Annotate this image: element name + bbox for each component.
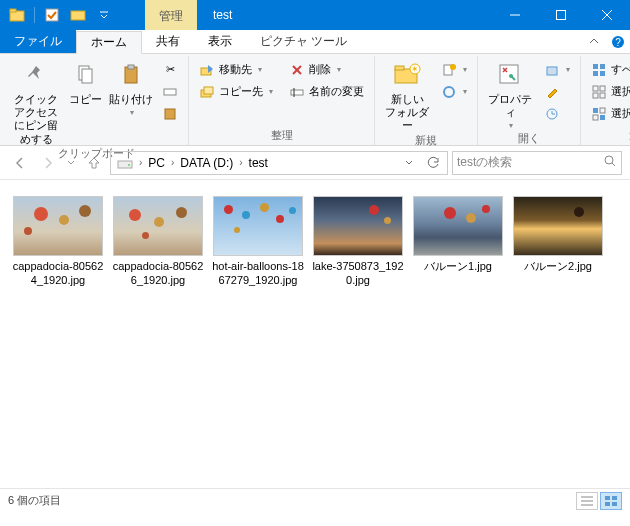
open-group-label: 開く [484,131,574,148]
svg-point-29 [444,87,454,97]
move-icon [199,62,215,78]
path-icon [162,84,178,100]
svg-rect-32 [547,67,557,75]
delete-button[interactable]: 削除▾ [285,59,368,80]
file-name: hot-air-balloons-1867279_1920.jpg [212,260,304,288]
file-name: cappadocia-805626_1920.jpg [112,260,204,288]
file-item[interactable]: lake-3750873_1920.jpg [310,192,406,292]
close-button[interactable] [584,0,630,30]
paste-shortcut-button[interactable] [158,103,182,124]
select-none-button[interactable]: 選択解除 [587,81,630,102]
open-button[interactable]: ▾ [540,59,574,80]
file-item[interactable]: hot-air-balloons-1867279_1920.jpg [210,192,306,292]
pin-icon [20,59,52,91]
new-folder-label: 新しい フォルダー [381,93,433,133]
address-dropdown-icon[interactable] [397,159,421,167]
properties-button[interactable]: プロパティ▾ [484,59,536,131]
tab-home[interactable]: ホーム [76,31,142,54]
select-all-button[interactable]: すべて選択 [587,59,630,80]
copy-to-button[interactable]: コピー先▾ [195,81,277,102]
qat-folder-icon[interactable] [67,4,89,26]
edit-icon [544,84,560,100]
back-button[interactable] [8,151,32,175]
svg-point-47 [128,164,130,166]
pin-quick-access-button[interactable]: クイック アクセスにピン留めする [10,59,62,146]
properties-label: プロパティ [484,93,536,119]
tab-share[interactable]: 共有 [142,30,194,53]
breadcrumb-drive[interactable]: DATA (D:) [176,152,237,174]
title-bar: 管理 test [0,0,630,30]
select-none-icon [591,84,607,100]
maximize-button[interactable] [538,0,584,30]
svg-rect-56 [612,502,617,506]
forward-button[interactable] [36,151,60,175]
refresh-icon[interactable] [421,156,445,170]
address-bar[interactable]: › PC › DATA (D:) › test [110,151,448,175]
edit-button[interactable] [540,81,574,102]
search-input[interactable]: testの検索 [452,151,622,175]
recent-dropdown-icon[interactable] [64,151,78,175]
ribbon-collapse-icon[interactable] [582,30,606,53]
tab-picture-tools[interactable]: ピクチャ ツール [246,30,361,53]
context-tab-manage[interactable]: 管理 [145,0,197,30]
history-button[interactable] [540,103,574,124]
ribbon-group-organize: 移動先▾ コピー先▾ 削除▾ 名前の変更 整理 [189,56,375,145]
copy-to-icon [199,84,215,100]
chevron-right-icon[interactable]: › [237,157,244,168]
svg-rect-42 [593,108,598,113]
minimize-button[interactable] [492,0,538,30]
file-item[interactable]: cappadocia-805626_1920.jpg [110,192,206,292]
thumbnail-view-button[interactable] [600,492,622,510]
tab-view[interactable]: 表示 [194,30,246,53]
copy-button[interactable]: コピー [64,59,106,106]
paste-button[interactable]: 貼り付け▾ [108,59,154,118]
easy-access-button[interactable]: ▾ [437,81,471,102]
file-list[interactable]: cappadocia-805624_1920.jpgcappadocia-805… [0,180,630,488]
breadcrumb-folder[interactable]: test [245,152,272,174]
ribbon-group-clipboard: クイック アクセスにピン留めする コピー 貼り付け▾ ✂ クリップボード [4,56,189,145]
help-icon[interactable]: ? [606,30,630,53]
svg-rect-5 [557,11,566,20]
svg-line-49 [612,163,615,166]
svg-rect-24 [395,66,404,70]
rename-icon [289,84,305,100]
file-item[interactable]: cappadocia-805624_1920.jpg [10,192,106,292]
chevron-right-icon[interactable]: › [137,157,144,168]
copy-path-button[interactable] [158,81,182,102]
quick-access-toolbar [0,4,115,26]
move-to-button[interactable]: 移動先▾ [195,59,277,80]
qat-dropdown-icon[interactable] [93,4,115,26]
file-item[interactable]: バルーン1.jpg [410,192,506,292]
file-name: バルーン1.jpg [424,260,492,274]
select-all-icon [591,62,607,78]
details-view-button[interactable] [576,492,598,510]
breadcrumb-pc[interactable]: PC [144,152,169,174]
svg-rect-40 [593,93,598,98]
cut-button[interactable]: ✂ [158,59,182,80]
open-icon [544,62,560,78]
organize-group-label: 整理 [195,128,368,145]
new-folder-button[interactable]: ✶ 新しい フォルダー [381,59,433,133]
svg-rect-21 [291,90,303,95]
tab-file[interactable]: ファイル [0,30,76,53]
svg-text:✶: ✶ [411,64,419,74]
scissors-icon: ✂ [162,62,178,78]
qat-checkbox-icon[interactable] [41,4,63,26]
svg-rect-30 [500,65,518,83]
svg-rect-36 [593,71,598,76]
chevron-right-icon[interactable]: › [169,157,176,168]
invert-selection-button[interactable]: 選択の切り替え [587,103,630,124]
new-item-button[interactable]: ▾ [437,59,471,80]
new-item-icon [441,62,457,78]
svg-rect-39 [600,86,605,91]
file-name: lake-3750873_1920.jpg [312,260,404,288]
svg-rect-54 [612,496,617,500]
thumbnail [113,196,203,256]
svg-rect-11 [82,69,92,83]
rename-button[interactable]: 名前の変更 [285,81,368,102]
svg-text:?: ? [615,37,621,48]
up-button[interactable] [82,151,106,175]
shortcut-icon [162,106,178,122]
file-item[interactable]: バルーン2.jpg [510,192,606,292]
svg-rect-46 [118,161,132,168]
